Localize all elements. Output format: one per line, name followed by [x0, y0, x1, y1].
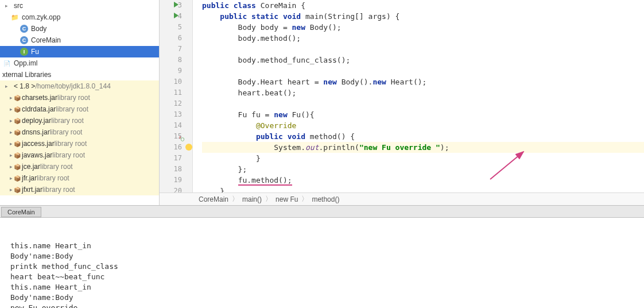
chevron-right-icon: 〉	[301, 194, 308, 204]
tree-label: Body	[31, 25, 46, 33]
jar-icon: 📦	[10, 174, 20, 183]
jar-icon: 📦	[10, 93, 20, 102]
code-line[interactable]: }	[202, 153, 644, 164]
breadcrumb-item[interactable]: CoreMain	[199, 195, 228, 203]
jar-icon: 📦	[10, 128, 20, 137]
code-line[interactable]: body.method();	[202, 33, 644, 44]
jar-icon: 📦	[10, 116, 20, 125]
chevron-right-icon: 〉	[265, 194, 272, 204]
tree-label: CoreMain	[31, 36, 61, 44]
editor-gutter: 34567891011121314151617181920	[160, 0, 193, 192]
tree-jar[interactable]: 📦charsets.jar library root	[0, 92, 159, 103]
code-line[interactable]: }	[202, 186, 644, 192]
file-icon: 📄	[2, 59, 11, 68]
console-line: Body'name:Body	[10, 251, 634, 261]
project-tree[interactable]: src com.zyk.opp CBodyCCoreMainIFu 📄Opp.i…	[0, 0, 160, 205]
tree-label: javaws.jar	[22, 151, 52, 159]
tree-label: jfr.jar	[22, 174, 37, 182]
code-line[interactable]: System.out.println("new Fu override ");	[202, 142, 644, 153]
tree-label-hint: library root	[51, 117, 84, 125]
tree-jar[interactable]: 📦jfxrt.jar library root	[0, 184, 159, 195]
tree-jar[interactable]: 📦javaws.jar library root	[0, 149, 159, 161]
chevron-right-icon: 〉	[232, 194, 239, 204]
code-line[interactable]: public static void main(String[] args) {	[202, 11, 644, 22]
tree-jar[interactable]: 📦jaccess.jar library root	[0, 138, 159, 149]
tree-src[interactable]: src	[0, 0, 159, 11]
tree-jar[interactable]: 📦jce.jar library root	[0, 161, 159, 172]
tree-package[interactable]: com.zyk.opp	[0, 11, 159, 23]
breadcrumb-item[interactable]: main()	[242, 195, 262, 203]
run-tab-bar[interactable]: CoreMain	[0, 205, 644, 218]
code-line[interactable]: @Override	[202, 120, 644, 131]
tree-label-hint: library root	[56, 105, 88, 113]
tree-class-fu[interactable]: IFu	[0, 46, 159, 57]
tree-label: jfxrt.jar	[22, 186, 42, 194]
tree-label: deploy.jar	[22, 117, 51, 125]
console-line: heart beat~~beat_func	[10, 272, 634, 282]
code-line[interactable]: public class CoreMain {	[202, 0, 644, 11]
expand-icon	[2, 82, 11, 91]
breadcrumb-item[interactable]: new Fu	[276, 195, 298, 203]
tree-label-hint: library root	[40, 163, 73, 171]
tree-label: src	[14, 2, 23, 10]
tree-label: Fu	[31, 48, 39, 56]
console-line: this.name Heart_in	[10, 282, 634, 292]
folder-icon	[2, 1, 11, 10]
tree-label-hint: library root	[37, 174, 69, 182]
code-line[interactable]: body.method_func_class();	[202, 55, 644, 66]
code-line[interactable]: public void method() {	[202, 131, 644, 142]
code-editor[interactable]: 34567891011121314151617181920 public cla…	[160, 0, 644, 192]
tree-jar[interactable]: 📦jfr.jar library root	[0, 172, 159, 184]
tree-label: jce.jar	[22, 163, 40, 171]
package-icon	[10, 13, 20, 22]
override-gutter-icon[interactable]	[175, 133, 181, 139]
tree-label: com.zyk.opp	[22, 13, 60, 21]
tree-path: /home/toby/jdk1.8.0_144	[35, 82, 110, 90]
tree-label-hint: library root	[42, 186, 75, 194]
tree-label: < 1.8 >	[14, 82, 35, 90]
run-gutter-icon[interactable]	[174, 12, 181, 19]
run-gutter-icon[interactable]	[174, 1, 181, 8]
code-line[interactable]: fu.method();	[202, 175, 644, 186]
code-line[interactable]	[202, 66, 644, 76]
jar-icon: 📦	[10, 139, 20, 148]
code-line[interactable]: Body body = new Body();	[202, 22, 644, 33]
tree-jdk[interactable]: < 1.8 > /home/toby/jdk1.8.0_144	[0, 80, 159, 92]
tree-label-hint: library root	[50, 128, 83, 136]
tree-class-coremain[interactable]: CCoreMain	[0, 34, 159, 46]
code-line[interactable]: };	[202, 164, 644, 175]
tree-label-hint: library root	[52, 151, 85, 159]
class-icon: C	[20, 36, 29, 45]
jar-icon: 📦	[10, 162, 20, 171]
tree-label: xternal Libraries	[2, 71, 51, 79]
tree-class-body[interactable]: CBody	[0, 23, 159, 34]
bulb-icon[interactable]	[185, 144, 192, 151]
code-line[interactable]: heart.beat();	[202, 87, 644, 98]
tree-iml[interactable]: 📄Opp.iml	[0, 57, 159, 69]
breadcrumb[interactable]: CoreMain〉main()〉new Fu〉method()	[160, 192, 644, 205]
console-line: new Fu override	[10, 303, 634, 308]
run-console[interactable]: this.name Heart_inBody'name:Bodyprintk m…	[0, 218, 644, 308]
tree-jar[interactable]: 📦dnsns.jar library root	[0, 126, 159, 138]
run-tab[interactable]: CoreMain	[1, 207, 41, 217]
code-line[interactable]	[202, 98, 644, 109]
code-line[interactable]: Body.Heart heart = new Body().new Heart(…	[202, 76, 644, 87]
code-line[interactable]: Fu fu = new Fu(){	[202, 109, 644, 120]
console-line: this.name Heart_in	[10, 241, 634, 251]
tree-external-libs[interactable]: xternal Libraries	[0, 69, 159, 80]
tree-label-hint: library root	[55, 140, 87, 148]
breadcrumb-item[interactable]: method()	[312, 195, 339, 203]
tree-label: jaccess.jar	[22, 140, 55, 148]
class-icon: C	[20, 24, 29, 33]
editor-content[interactable]: public class CoreMain { public static vo…	[193, 0, 644, 192]
tree-jar[interactable]: 📦deploy.jar library root	[0, 115, 159, 126]
class-icon: I	[20, 47, 29, 56]
tree-label-hint: library root	[57, 94, 90, 102]
tree-label: Opp.iml	[14, 59, 37, 67]
jar-icon: 📦	[10, 151, 20, 160]
tree-label: cldrdata.jar	[22, 105, 56, 113]
jar-icon: 📦	[10, 185, 20, 194]
console-line: Body'name:Body	[10, 292, 634, 303]
code-line[interactable]	[202, 44, 644, 55]
tree-jar[interactable]: 📦cldrdata.jar library root	[0, 103, 159, 115]
